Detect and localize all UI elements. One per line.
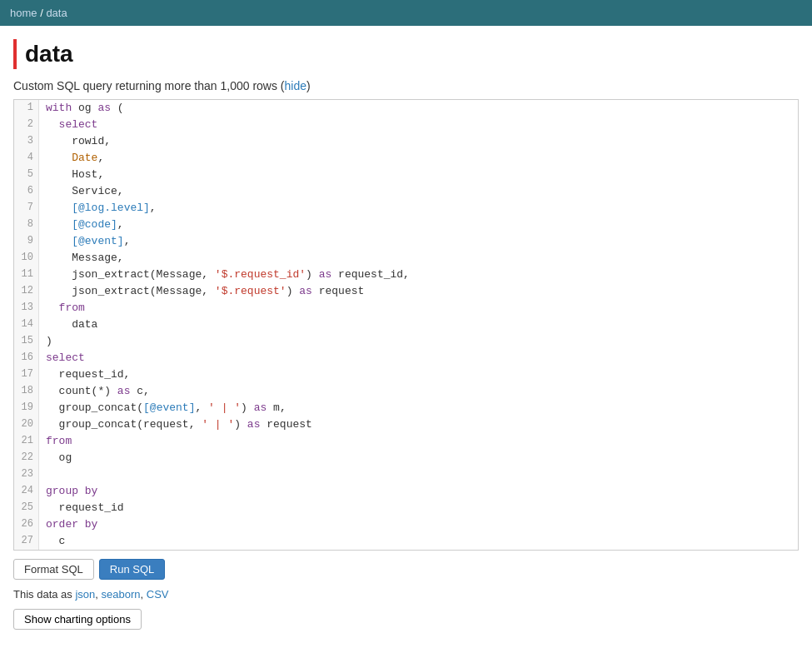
run-sql-button[interactable]: Run SQL — [99, 559, 165, 580]
table-header-row: request_id c m request — [13, 641, 799, 648]
code-line-21: 21 from — [14, 433, 798, 450]
code-line-6: 6 Service, — [14, 183, 798, 200]
code-line-8: 8 [@code], — [14, 217, 798, 233]
top-nav: home / data — [0, 0, 812, 26]
hide-link[interactable]: hide — [285, 79, 306, 92]
code-line-1: 1 with og as ( — [14, 100, 798, 117]
red-accent-bar — [13, 39, 17, 69]
code-line-9: 9 [@event], — [14, 233, 798, 250]
col-header-request-id: request_id — [13, 641, 251, 648]
code-line-3: 3 rowid, — [14, 133, 798, 150]
col-header-request: request — [486, 641, 799, 648]
format-sql-button[interactable]: Format SQL — [13, 559, 94, 580]
code-line-16: 16 select — [14, 350, 798, 366]
code-line-15: 15 ) — [14, 333, 798, 350]
code-line-17: 17 request_id, — [14, 366, 798, 383]
code-line-19: 19 group_concat([@event], ' | ') as m, — [14, 400, 798, 416]
page-title: data — [25, 41, 73, 67]
warning-message: Custom SQL query returning more than 1,0… — [13, 79, 799, 92]
seaborn-link[interactable]: seaborn — [102, 588, 141, 601]
sql-editor[interactable]: 1 with og as ( 2 select 3 rowid, 4 Date,… — [13, 99, 799, 551]
code-line-25: 25 request_id — [14, 500, 798, 516]
code-line-10: 10 Message, — [14, 250, 798, 267]
code-line-4: 4 Date, — [14, 150, 798, 167]
col-header-m: m — [275, 641, 486, 648]
code-line-24: 24 group by — [14, 483, 798, 500]
code-line-11: 11 json_extract(Message, '$.request_id')… — [14, 267, 798, 283]
sql-toolbar: Format SQL Run SQL — [13, 559, 799, 580]
code-line-22: 22 og — [14, 450, 798, 466]
data-links-prefix: This data as — [13, 588, 75, 601]
code-line-27: 27 c — [14, 533, 798, 550]
code-line-5: 5 Host, — [14, 167, 798, 183]
nav-home-link[interactable]: home — [10, 7, 37, 19]
breadcrumb: home / data — [10, 7, 67, 19]
results-table: request_id c m request fae4e1dd-1156-410… — [13, 641, 799, 648]
code-line-13: 13 from — [14, 300, 798, 317]
code-line-7: 7 [@log.level], — [14, 200, 798, 217]
nav-data-link[interactable]: data — [46, 7, 67, 19]
warning-end: ) — [306, 79, 311, 92]
code-line-23: 23 — [14, 466, 798, 483]
code-line-14: 14 data — [14, 317, 798, 333]
code-line-2: 2 select — [14, 117, 798, 133]
code-line-26: 26 order by — [14, 516, 798, 533]
page-title-wrapper: data — [13, 39, 799, 69]
csv-link[interactable]: CSV — [147, 588, 169, 601]
code-line-20: 20 group_concat(request, ' | ') as reque… — [14, 416, 798, 433]
code-line-12: 12 json_extract(Message, '$.request') as… — [14, 283, 798, 300]
data-export-links: This data as json, seaborn, CSV — [13, 588, 799, 601]
json-link[interactable]: json — [75, 588, 95, 601]
show-charting-options-button[interactable]: Show charting options — [13, 609, 142, 630]
code-line-18: 18 count(*) as c, — [14, 383, 798, 400]
warning-text: Custom SQL query returning more than 1,0… — [13, 79, 285, 92]
col-header-c: c — [251, 641, 275, 648]
page-content: data Custom SQL query returning more tha… — [0, 26, 812, 648]
